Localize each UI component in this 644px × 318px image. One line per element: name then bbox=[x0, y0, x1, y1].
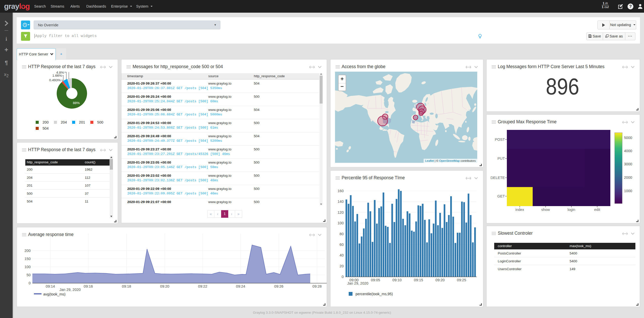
svg-text:2000: 2000 bbox=[624, 175, 632, 180]
svg-text:120: 120 bbox=[338, 210, 344, 214]
svg-text:09:18: 09:18 bbox=[122, 284, 131, 288]
svg-text:20: 20 bbox=[340, 264, 344, 268]
svg-text:09:15: 09:15 bbox=[414, 278, 423, 282]
svg-text:60: 60 bbox=[340, 243, 344, 247]
svg-text:50: 50 bbox=[27, 273, 31, 277]
svg-text:09:14: 09:14 bbox=[46, 284, 55, 288]
svg-text:4000: 4000 bbox=[624, 149, 632, 153]
svg-text:1.66%: 1.66% bbox=[52, 74, 62, 77]
svg-text:0: 0 bbox=[342, 275, 344, 279]
svg-text:login: login bbox=[568, 208, 575, 212]
svg-text:100: 100 bbox=[25, 265, 31, 269]
svg-text:PUT: PUT bbox=[497, 156, 505, 161]
svg-text:09:25: 09:25 bbox=[457, 278, 466, 282]
svg-text:09:10: 09:10 bbox=[392, 278, 402, 282]
svg-text:GET: GET bbox=[497, 194, 505, 198]
svg-text:DELETE: DELETE bbox=[491, 176, 505, 180]
svg-text:Jan 29, 2020: Jan 29, 2020 bbox=[347, 281, 368, 285]
svg-text:40: 40 bbox=[340, 253, 344, 257]
svg-text:80: 80 bbox=[340, 232, 344, 236]
svg-text:POST: POST bbox=[495, 137, 505, 142]
svg-text:edit: edit bbox=[594, 208, 600, 212]
svg-text:140: 140 bbox=[338, 200, 344, 204]
svg-text:100: 100 bbox=[338, 221, 344, 225]
svg-text:09:16: 09:16 bbox=[84, 284, 93, 288]
svg-text:09:24: 09:24 bbox=[236, 284, 245, 288]
svg-text:5000: 5000 bbox=[624, 136, 632, 140]
svg-text:1000: 1000 bbox=[624, 189, 632, 193]
svg-text:0: 0 bbox=[29, 281, 31, 285]
svg-text:200: 200 bbox=[25, 249, 31, 253]
svg-text:0.493%: 0.493% bbox=[49, 78, 61, 82]
svg-text:160: 160 bbox=[338, 189, 344, 193]
svg-text:09:05: 09:05 bbox=[371, 278, 380, 282]
svg-text:88%: 88% bbox=[73, 101, 80, 105]
svg-text:150: 150 bbox=[25, 257, 31, 261]
svg-text:Jan 29, 2020: Jan 29, 2020 bbox=[59, 288, 81, 292]
svg-text:percentile(took_ms,95): percentile(took_ms,95) bbox=[356, 292, 393, 296]
svg-text:09:20: 09:20 bbox=[435, 278, 445, 282]
svg-text:show: show bbox=[541, 208, 550, 212]
svg-text:09:22: 09:22 bbox=[198, 284, 207, 288]
svg-text:09:28: 09:28 bbox=[313, 284, 322, 288]
svg-text:?: ? bbox=[629, 4, 632, 9]
svg-text:3000: 3000 bbox=[624, 162, 632, 166]
svg-text:09:26: 09:26 bbox=[274, 284, 283, 288]
svg-text:index: index bbox=[515, 208, 524, 212]
svg-text:avg(took_ms): avg(took_ms) bbox=[43, 292, 66, 296]
svg-text:09:20: 09:20 bbox=[160, 284, 169, 288]
